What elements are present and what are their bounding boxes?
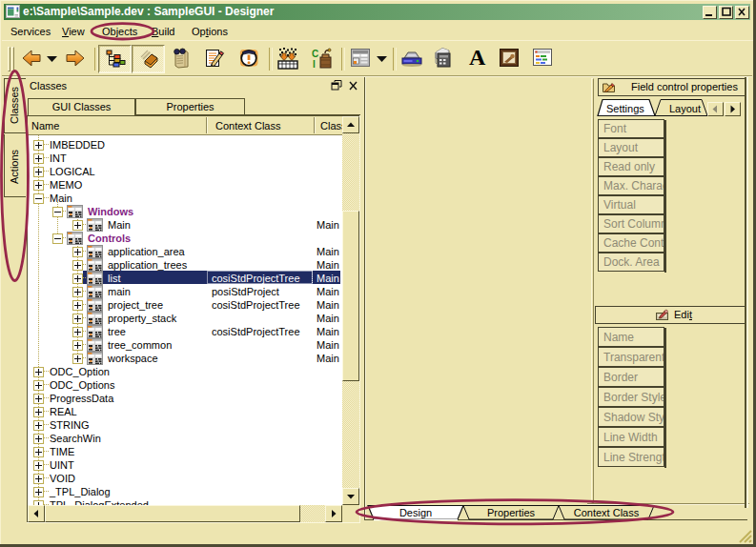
svg-text:Classes: Classes [9, 86, 20, 124]
svg-text:Main: Main [317, 259, 339, 271]
svg-text:cosiStdProjectTree: cosiStdProjectTree [212, 273, 300, 284]
svg-text:MEMO: MEMO [50, 179, 83, 191]
svg-text:I: I [313, 59, 316, 70]
svg-text:Main: Main [317, 219, 339, 231]
svg-text:Main: Main [317, 313, 339, 324]
svg-text:Main: Main [317, 339, 339, 351]
svg-text:IMBEDDED: IMBEDDED [50, 139, 105, 151]
svg-text:SearchWin: SearchWin [50, 433, 101, 444]
svg-text:list: list [108, 273, 120, 284]
svg-text:main: main [108, 286, 131, 297]
svg-text:Main: Main [317, 353, 339, 364]
svg-text:_TPL_Dialog: _TPL_Dialog [49, 486, 111, 497]
svg-text:ProgressData: ProgressData [50, 393, 114, 404]
svg-text:UINT: UINT [50, 459, 74, 471]
svg-text:C: C [312, 49, 318, 59]
svg-text:cosiStdProjectTree: cosiStdProjectTree [212, 326, 300, 337]
svg-text:TIME: TIME [50, 446, 74, 457]
svg-text:Main: Main [317, 246, 339, 257]
svg-text:Main: Main [317, 273, 339, 284]
svg-text:project_tree: project_tree [108, 299, 163, 311]
svg-text:LOGICAL: LOGICAL [50, 166, 95, 177]
svg-text:Main: Main [50, 192, 72, 204]
svg-text:tree_common: tree_common [108, 339, 172, 351]
svg-text:Main: Main [317, 299, 339, 311]
svg-text:posiStdProject: posiStdProject [212, 286, 279, 297]
svg-text:INT: INT [50, 152, 67, 164]
svg-text:A: A [469, 45, 486, 70]
svg-text:VOID: VOID [50, 473, 75, 484]
svg-text:Controls: Controls [88, 233, 131, 244]
svg-text:Windows: Windows [88, 206, 133, 217]
svg-text:REAL: REAL [50, 406, 77, 417]
svg-text:property_stack: property_stack [108, 313, 177, 324]
svg-text:cosiStdProjectTree: cosiStdProjectTree [212, 299, 300, 311]
svg-text:application_trees: application_trees [108, 259, 188, 271]
svg-text:Main: Main [317, 326, 339, 337]
svg-text:application_area: application_area [108, 246, 186, 257]
svg-text:Actions: Actions [9, 149, 20, 184]
svg-text:workspace: workspace [107, 353, 158, 364]
svg-text:tree: tree [108, 326, 126, 337]
svg-text:STRING: STRING [50, 419, 90, 431]
svg-text:Main: Main [108, 219, 131, 231]
svg-text:Main: Main [317, 286, 339, 297]
svg-text:ODC_Options: ODC_Options [50, 379, 115, 391]
svg-text:ODC_Option: ODC_Option [50, 366, 110, 377]
